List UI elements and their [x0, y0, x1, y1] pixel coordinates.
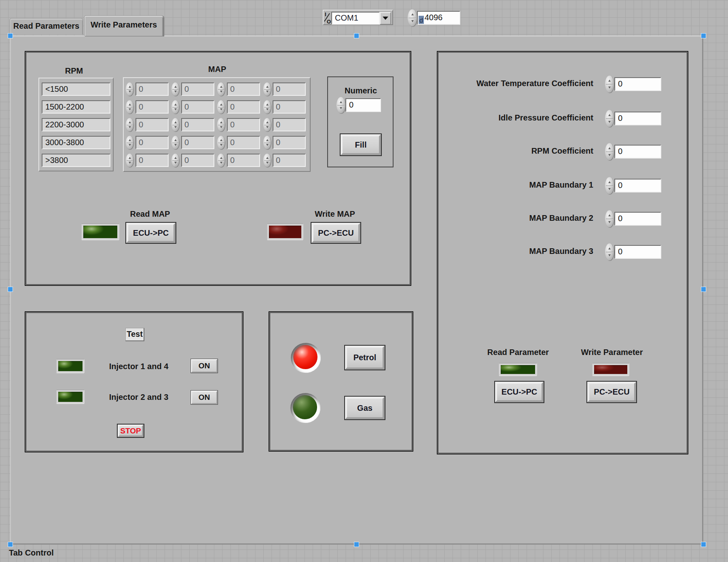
svg-text:I: I	[325, 11, 326, 17]
svg-text:O: O	[327, 19, 331, 24]
